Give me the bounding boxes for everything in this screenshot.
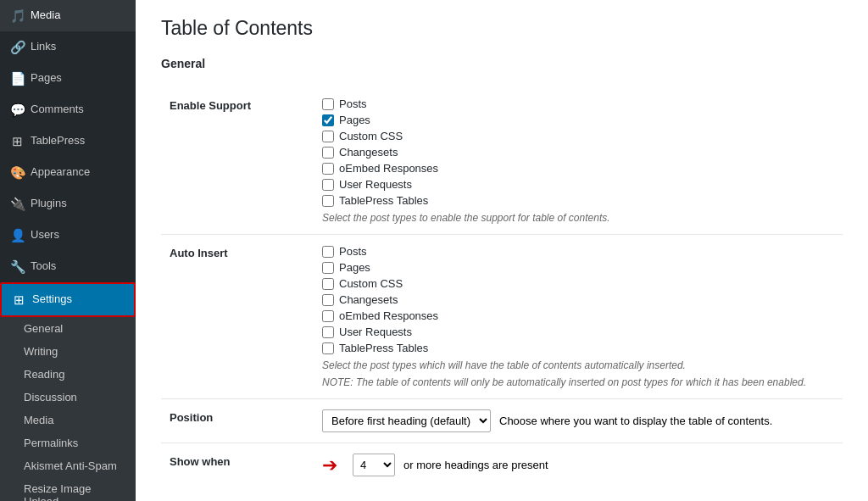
settings-submenu: General Writing Reading Discussion Media… xyxy=(0,317,136,501)
sidebar-item-settings[interactable]: ⊞ Settings xyxy=(0,282,136,317)
enable-support-row: Enable Support Posts Pages Custom CSS C xyxy=(161,87,843,235)
checkbox-ai-pages: Pages xyxy=(322,261,834,274)
submenu-discussion[interactable]: Discussion xyxy=(0,386,136,409)
auto-insert-options: Posts Pages Custom CSS Changesets oEmbed… xyxy=(314,235,843,399)
checkbox-ai-changesets: Changesets xyxy=(322,293,834,306)
auto-insert-help1: Select the post types which will have th… xyxy=(322,359,834,371)
show-when-label: Show when xyxy=(170,455,231,468)
page-title: Table of Contents xyxy=(161,17,843,40)
checkbox-es-oembed-input[interactable] xyxy=(322,163,334,175)
pages-icon: 📄 xyxy=(10,70,24,87)
plugins-icon: 🔌 xyxy=(10,195,24,213)
checkbox-es-tablepress: TablePress Tables xyxy=(322,194,834,207)
arrow-icon: ➔ xyxy=(322,454,337,476)
checkbox-es-oembed-label: oEmbed Responses xyxy=(339,162,438,175)
submenu-general[interactable]: General xyxy=(0,317,136,340)
show-when-select[interactable]: 4 1 2 3 5 6 xyxy=(353,454,395,476)
checkbox-es-tablepress-input[interactable] xyxy=(322,195,334,207)
checkbox-ai-tablepress: TablePress Tables xyxy=(322,342,834,354)
position-select-row: Before first heading (default) After fir… xyxy=(322,409,834,432)
checkbox-es-pages-label: Pages xyxy=(339,114,370,126)
checkbox-ai-oembed-label: oEmbed Responses xyxy=(339,309,438,322)
checkbox-ai-custom-css: Custom CSS xyxy=(322,277,834,290)
checkbox-ai-oembed: oEmbed Responses xyxy=(322,309,834,322)
links-icon: 🔗 xyxy=(10,38,24,56)
submenu-resize[interactable]: Resize Image Upload xyxy=(0,477,136,501)
checkbox-es-user-requests: User Requests xyxy=(322,178,834,191)
auto-insert-help2: NOTE: The table of contents will only be… xyxy=(322,376,834,388)
submenu-media[interactable]: Media xyxy=(0,409,136,431)
checkbox-ai-custom-css-label: Custom CSS xyxy=(339,277,403,290)
checkbox-ai-user-requests: User Requests xyxy=(322,326,834,338)
checkbox-ai-oembed-input[interactable] xyxy=(322,310,334,322)
checkbox-es-posts: Posts xyxy=(322,97,834,110)
submenu-permalinks[interactable]: Permalinks xyxy=(0,431,136,454)
users-icon: 👤 xyxy=(10,226,24,244)
checkbox-es-changesets-input[interactable] xyxy=(322,147,334,159)
checkbox-ai-user-requests-input[interactable] xyxy=(322,326,334,338)
checkbox-es-user-requests-label: User Requests xyxy=(339,178,412,191)
enable-support-options: Posts Pages Custom CSS Changesets oEmbed… xyxy=(314,87,843,235)
checkbox-ai-posts: Posts xyxy=(322,245,834,258)
show-when-options: ➔ 4 1 2 3 5 6 or more headings are prese… xyxy=(314,443,843,487)
checkbox-es-tablepress-label: TablePress Tables xyxy=(339,194,428,207)
checkbox-ai-changesets-label: Changesets xyxy=(339,293,398,306)
submenu-writing[interactable]: Writing xyxy=(0,340,136,363)
checkbox-es-posts-label: Posts xyxy=(339,97,367,110)
sidebar-item-plugins[interactable]: 🔌 Plugins xyxy=(0,188,136,220)
sidebar-item-tablepress[interactable]: ⊞ TablePress xyxy=(0,125,136,157)
checkbox-es-oembed: oEmbed Responses xyxy=(322,162,834,175)
comments-icon: 💬 xyxy=(10,101,24,119)
checkbox-ai-changesets-input[interactable] xyxy=(322,294,334,306)
tablepress-icon: ⊞ xyxy=(10,132,24,150)
section-general-title: General xyxy=(161,57,843,74)
checkbox-ai-tablepress-input[interactable] xyxy=(322,342,334,354)
checkbox-ai-custom-css-input[interactable] xyxy=(322,278,334,290)
sidebar-item-users[interactable]: 👤 Users xyxy=(0,220,136,251)
position-options: Before first heading (default) After fir… xyxy=(314,399,843,443)
checkbox-es-changesets: Changesets xyxy=(322,146,834,159)
position-select[interactable]: Before first heading (default) After fir… xyxy=(322,409,491,432)
position-help: Choose where you want to display the tab… xyxy=(499,415,772,427)
main-content: Table of Contents General Enable Support… xyxy=(136,0,868,501)
show-when-input-row: ➔ 4 1 2 3 5 6 or more headings are prese… xyxy=(322,454,834,476)
checkbox-es-posts-input[interactable] xyxy=(322,98,334,110)
tools-icon: 🔧 xyxy=(10,258,24,276)
checkbox-es-pages-input[interactable] xyxy=(322,114,334,126)
show-when-row: Show when ➔ 4 1 2 3 5 6 or more headings… xyxy=(161,443,843,487)
checkbox-es-custom-css-label: Custom CSS xyxy=(339,130,403,142)
checkbox-ai-posts-label: Posts xyxy=(339,245,367,258)
checkbox-es-pages: Pages xyxy=(322,114,834,126)
checkbox-es-custom-css-input[interactable] xyxy=(322,131,334,142)
checkbox-ai-posts-input[interactable] xyxy=(322,246,334,258)
media-icon: 🎵 xyxy=(10,7,24,25)
show-when-suffix: or more headings are present xyxy=(403,459,548,471)
checkbox-ai-tablepress-label: TablePress Tables xyxy=(339,342,428,354)
position-row: Position Before first heading (default) … xyxy=(161,399,843,443)
checkbox-es-changesets-label: Changesets xyxy=(339,146,398,159)
submenu-akismet[interactable]: Akismet Anti-Spam xyxy=(0,454,136,477)
settings-icon: ⊞ xyxy=(12,291,25,309)
sidebar-item-tools[interactable]: 🔧 Tools xyxy=(0,251,136,282)
checkbox-es-custom-css: Custom CSS xyxy=(322,130,834,142)
enable-support-help: Select the post types to enable the supp… xyxy=(322,212,834,224)
sidebar-item-pages[interactable]: 📄 Pages xyxy=(0,63,136,94)
auto-insert-label: Auto Insert xyxy=(170,247,228,259)
enable-support-label: Enable Support xyxy=(170,99,251,112)
sidebar-item-appearance[interactable]: 🎨 Appearance xyxy=(0,157,136,188)
checkbox-ai-user-requests-label: User Requests xyxy=(339,326,412,338)
auto-insert-row: Auto Insert Posts Pages Custom CSS Chan xyxy=(161,235,843,399)
checkbox-es-user-requests-input[interactable] xyxy=(322,179,334,191)
position-label: Position xyxy=(170,411,213,424)
checkbox-ai-pages-label: Pages xyxy=(339,261,370,274)
sidebar: 🎵 Media 🔗 Links 📄 Pages 💬 Comments ⊞ Tab… xyxy=(0,0,136,501)
sidebar-item-media[interactable]: 🎵 Media xyxy=(0,0,136,31)
settings-table: Enable Support Posts Pages Custom CSS C xyxy=(161,87,843,487)
submenu-reading[interactable]: Reading xyxy=(0,363,136,386)
sidebar-item-comments[interactable]: 💬 Comments xyxy=(0,94,136,125)
appearance-icon: 🎨 xyxy=(10,164,24,181)
checkbox-ai-pages-input[interactable] xyxy=(322,262,334,274)
sidebar-item-links[interactable]: 🔗 Links xyxy=(0,31,136,63)
